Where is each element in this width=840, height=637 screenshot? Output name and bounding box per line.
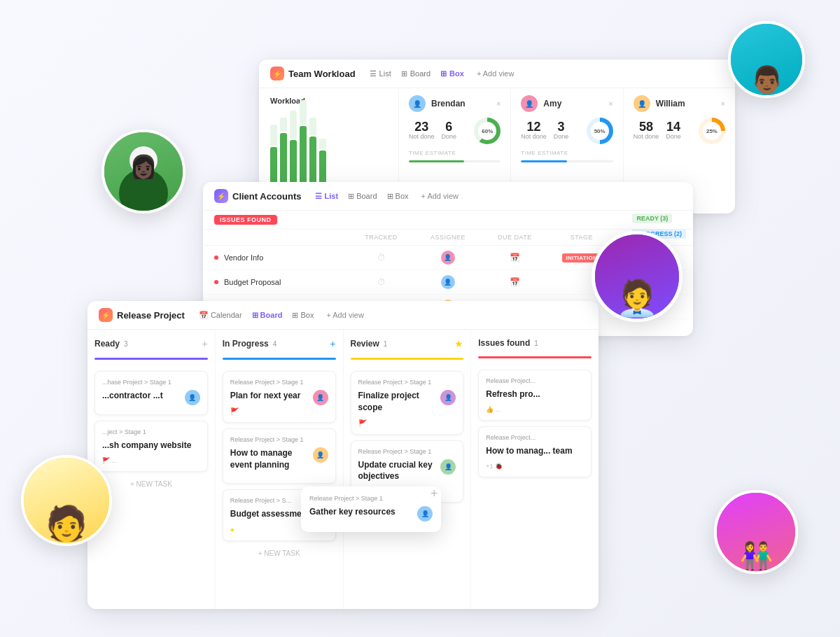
- accounts-add-view[interactable]: + Add view: [421, 192, 459, 200]
- review-col-header: Review 1 ★: [351, 338, 464, 349]
- bar-green-3: [290, 140, 297, 182]
- review-card2-project: Release Project > Stage 1: [358, 448, 456, 455]
- ready-col-title: Ready: [94, 339, 120, 349]
- brendan-close[interactable]: ×: [496, 99, 500, 108]
- ready-new-task[interactable]: + NEW TASK: [94, 480, 208, 488]
- review-card1-footer: 🚩: [358, 419, 456, 427]
- workload-logo: ⚡: [270, 66, 284, 80]
- workload-tab-board[interactable]: ⊞ Board: [401, 69, 430, 78]
- inprogress-col-add[interactable]: +: [330, 338, 335, 349]
- release-tab-box[interactable]: ⊞ Box: [292, 311, 314, 320]
- kanban-col-review: Review 1 ★ Release Project > Stage 1 Fin…: [344, 330, 472, 609]
- review-card1-project: Release Project > Stage 1: [358, 379, 456, 386]
- brendan-time-label: TIME ESTIMATE: [409, 150, 500, 156]
- floating-card-project: Release Project > Stage 1: [309, 495, 433, 502]
- issues-card1-project: Release Project...: [486, 377, 584, 384]
- inprogress-new-task[interactable]: + NEW TASK: [223, 550, 336, 557]
- issues-badge: ISSUES FOUND: [214, 215, 277, 225]
- amy-done: 3 Done: [554, 120, 569, 141]
- william-stats: 58 Not done 14 Done 25%: [634, 118, 725, 144]
- ready-col-header: Ready 3 +: [94, 338, 208, 349]
- amy-time-label: TIME ESTIMATE: [521, 150, 612, 156]
- amy-stats: 12 Not done 3 Done 50%: [521, 118, 612, 144]
- amy-not-done: 12 Not done: [521, 120, 547, 141]
- release-add-view[interactable]: + Add view: [326, 311, 364, 319]
- accounts-nav-tabs: ☰ List ⊞ Board ⊞ Box + Add view: [315, 192, 458, 201]
- release-tab-board[interactable]: ⊞ Board: [252, 311, 283, 320]
- col-header-due: DUE DATE: [482, 234, 548, 241]
- accounts-tab-box[interactable]: ⊞ Box: [387, 192, 409, 201]
- inprogress-card2-avatar: 👤: [313, 447, 328, 463]
- bar-green-4: [300, 126, 307, 182]
- kanban-col-ready: Ready 3 + ...hase Project > Stage 1 ...c…: [88, 330, 216, 609]
- amy-header: 👤 Amy ×: [521, 95, 612, 112]
- release-tab-calendar[interactable]: 📅 Calendar: [199, 311, 242, 320]
- issues-card-2: Release Project... How to manag... team …: [478, 426, 592, 477]
- william-avatar: 👤: [634, 95, 650, 112]
- issues-card2-meta: +1 🐞: [486, 463, 584, 470]
- william-percent: 25%: [703, 122, 721, 140]
- amy-close[interactable]: ×: [608, 99, 612, 108]
- amy-percent: 50%: [591, 122, 609, 140]
- brendan-percent: 60%: [478, 122, 496, 140]
- review-card1-title: Finalize project scope: [358, 390, 441, 414]
- review-col-add[interactable]: ★: [454, 338, 463, 349]
- review-card-1: Release Project > Stage 1 Finalize proje…: [351, 371, 464, 435]
- ready-badge: READY (3): [632, 214, 672, 223]
- accounts-tab-list[interactable]: ☰ List: [315, 192, 338, 201]
- vendor-name: Vendor Info: [224, 253, 263, 262]
- ready-card2-title: ...sh company website: [102, 440, 200, 451]
- ready-col-add[interactable]: +: [202, 338, 208, 349]
- floating-card-title: Gather key resources: [309, 506, 396, 518]
- workload-tab-list[interactable]: ☰ List: [370, 69, 391, 78]
- ready-card2-meta: 🚩 ...: [102, 457, 117, 464]
- avatar-woman-green: 👩🏿: [102, 130, 186, 214]
- accounts-tab-board[interactable]: ⊞ Board: [348, 192, 377, 201]
- bar-group-6: [319, 139, 326, 182]
- issues-col-title: Issues found: [478, 338, 530, 348]
- avatar-man-cyan: 👨🏾: [728, 21, 805, 98]
- william-close[interactable]: ×: [721, 99, 725, 108]
- ready-card1-title: ...contractor ...t: [102, 390, 163, 402]
- workload-title-text: Team Workload: [288, 69, 356, 79]
- release-nav-tabs: 📅 Calendar ⊞ Board ⊞ Box + Add view: [199, 311, 364, 320]
- kanban-col-issues: Issues found 1 Release Project... Refres…: [471, 330, 598, 609]
- issues-col-header: Issues found 1: [478, 338, 592, 348]
- issues-card1-meta: 👍 ...: [486, 406, 584, 413]
- amy-name: Amy: [543, 99, 603, 108]
- bar-light-5: [309, 118, 316, 135]
- ready-indicator: [94, 358, 208, 360]
- kanban-col-inprogress: In Progress 4 + Release Project > Stage …: [216, 330, 344, 609]
- vendor-tracked: ⏱: [348, 253, 414, 262]
- inprogress-card1-avatar: 👤: [313, 390, 328, 405]
- brendan-progress-fill: [409, 160, 464, 162]
- ready-card-1: ...hase Project > Stage 1 ...contractor …: [94, 371, 208, 415]
- vendor-assignee: 👤: [414, 251, 481, 265]
- inprogress-card1-project: Release Project > Stage 1: [230, 379, 328, 386]
- bar-group-3: [290, 111, 297, 182]
- workload-add-view[interactable]: + Add view: [477, 69, 514, 78]
- inprogress-indicator: [223, 358, 336, 360]
- bar-green-5: [309, 136, 316, 182]
- floating-plus-icon[interactable]: +: [430, 486, 438, 501]
- inprogress-col-count: 4: [273, 340, 277, 348]
- william-header: 👤 William ×: [634, 95, 725, 112]
- brendan-avatar: 👤: [409, 95, 426, 112]
- avatar-man-purple: 🧑‍💼: [592, 231, 682, 322]
- workload-tab-box[interactable]: ⊞ Box: [440, 69, 464, 78]
- col-header-assignee: ASSIGNEE: [414, 234, 481, 241]
- chart-bars: [270, 112, 387, 182]
- release-title-text: Release Project: [117, 310, 185, 321]
- accounts-panel-header: ⚡ Client Accounts ☰ List ⊞ Board ⊞ Box +…: [203, 182, 693, 211]
- floating-task-card: Release Project > Stage 1 Gather key res…: [301, 486, 441, 532]
- ready-card2-project: ...ject > Stage 1: [102, 428, 200, 435]
- issues-card2-project: Release Project...: [486, 434, 584, 441]
- inprogress-card2-title: How to manage event planning: [230, 447, 313, 471]
- bar-light-4: [300, 100, 307, 125]
- budget-due: 📅: [482, 277, 548, 287]
- chart-label: Workload: [270, 97, 387, 105]
- ready-card1-project: ...hase Project > Stage 1: [102, 379, 200, 386]
- issues-card-1: Release Project... Refresh pro... 👍 ...: [478, 370, 592, 421]
- ready-card2-footer: 🚩 ...: [102, 457, 200, 464]
- review-col-title: Review: [351, 339, 379, 349]
